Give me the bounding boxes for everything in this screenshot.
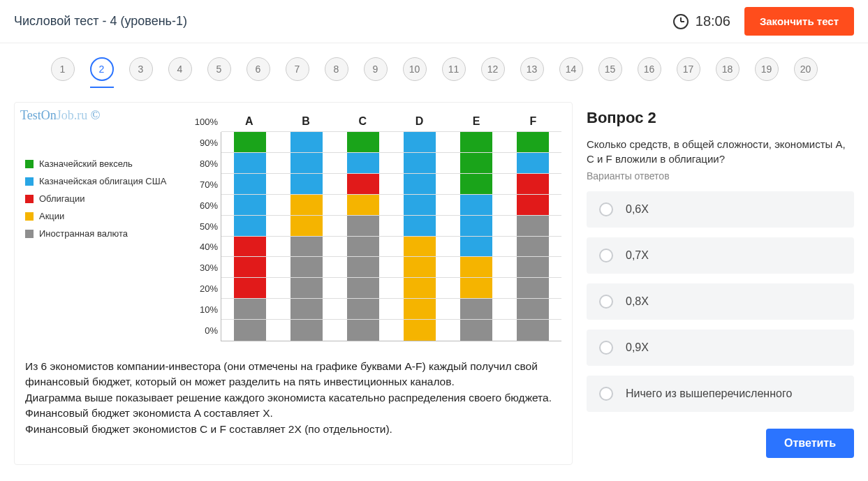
bar-segment: [460, 195, 492, 258]
question-nav: 1234567891011121314151617181920: [0, 43, 868, 88]
chart: ABCDEF 0%10%20%30%40%50%60%70%80%90%100%: [186, 117, 561, 341]
option-label: 0,6X: [626, 203, 649, 216]
question-heading: Вопрос 2: [587, 109, 854, 127]
option-label: 0,9X: [626, 341, 649, 354]
category-label: A: [221, 115, 277, 128]
bar-segment: [234, 153, 266, 237]
description-line: Из 6 экономистов компании-инвестора (они…: [25, 359, 561, 390]
radio-icon: [599, 295, 613, 309]
bar-segment: [347, 195, 379, 216]
option-label: Ничего из вышеперечисленного: [626, 387, 792, 400]
question-nav-1[interactable]: 1: [51, 57, 75, 81]
legend-item: Иностранная валюта: [25, 228, 186, 239]
y-tick: 20%: [186, 283, 218, 294]
question-panel: Вопрос 2 Сколько средств, в общей сложно…: [587, 102, 854, 465]
radio-icon: [599, 249, 613, 262]
bar-slot: [221, 132, 278, 341]
question-nav-20[interactable]: 20: [794, 57, 818, 81]
bar-segment: [234, 132, 266, 153]
bar-slot: [278, 132, 334, 341]
y-tick: 30%: [186, 262, 218, 273]
timer-value: 18:06: [696, 13, 730, 29]
bar-segment: [234, 237, 266, 299]
question-nav-18[interactable]: 18: [716, 57, 740, 81]
question-nav-8[interactable]: 8: [325, 57, 348, 81]
category-label: F: [505, 115, 561, 128]
bar-segment: [347, 132, 379, 153]
question-nav-9[interactable]: 9: [364, 57, 388, 81]
question-nav-12[interactable]: 12: [481, 57, 505, 81]
bar-F: [517, 132, 549, 341]
category-label: B: [277, 115, 334, 128]
chart-bars: [221, 132, 561, 341]
timer: 18:06: [673, 13, 730, 29]
question-nav-16[interactable]: 16: [638, 57, 661, 81]
bar-slot: [392, 132, 448, 341]
question-options-label: Варианты ответов: [587, 170, 854, 182]
bar-segment: [517, 132, 549, 153]
answer-option-2[interactable]: 0,8X: [587, 283, 854, 320]
answer-option-3[interactable]: 0,9X: [587, 330, 854, 366]
stopwatch-icon: [673, 14, 689, 29]
question-nav-5[interactable]: 5: [207, 57, 231, 81]
chart-panel: TestOnJob.ru © Казначейский вексельКазна…: [14, 102, 573, 465]
radio-icon: [599, 202, 613, 216]
description-line: Диаграмма выше показывает решение каждог…: [25, 390, 561, 406]
question-nav-19[interactable]: 19: [755, 57, 779, 81]
legend-item: Облигации: [25, 193, 186, 204]
y-tick: 10%: [186, 304, 218, 315]
answer-option-0[interactable]: 0,6X: [587, 191, 854, 228]
y-tick: 70%: [186, 179, 218, 189]
bar-segment: [404, 132, 436, 237]
bar-slot: [448, 132, 505, 341]
option-label: 0,7X: [626, 249, 649, 262]
legend-swatch: [25, 212, 34, 221]
description-line: Финансовый бюджет экономиста A составляе…: [25, 406, 561, 421]
chart-plot: 0%10%20%30%40%50%60%70%80%90%100%: [221, 132, 561, 341]
question-nav-10[interactable]: 10: [403, 57, 427, 81]
question-nav-3[interactable]: 3: [129, 57, 153, 81]
description-line: Финансовый бюджет экономистов C и F сост…: [25, 422, 561, 437]
page-title: Числовой тест - 4 (уровень-1): [14, 14, 187, 29]
legend-swatch: [25, 160, 34, 168]
bar-A: [234, 132, 266, 341]
question-text: Сколько средств, в общей сложности, экон…: [587, 137, 854, 166]
y-tick: 90%: [186, 137, 218, 147]
legend-swatch: [25, 230, 34, 238]
question-nav-14[interactable]: 14: [559, 57, 583, 81]
bar-segment: [290, 237, 323, 341]
bar-C: [347, 132, 379, 341]
bar-D: [404, 132, 436, 341]
finish-test-button[interactable]: Закончить тест: [744, 7, 854, 36]
bar-segment: [404, 237, 436, 341]
answer-option-4[interactable]: Ничего из вышеперечисленного: [587, 376, 854, 412]
bar-segment: [347, 153, 379, 174]
bar-segment: [460, 132, 492, 195]
category-label: D: [391, 115, 448, 128]
question-nav-2[interactable]: 2: [90, 57, 114, 81]
answer-button[interactable]: Ответить: [766, 429, 854, 458]
option-label: 0,8X: [626, 295, 649, 308]
legend-item: Казначейская облигация США: [25, 176, 186, 186]
options-list: 0,6X0,7X0,8X0,9XНичего из вышеперечислен…: [587, 191, 854, 412]
legend-item: Казначейский вексель: [25, 158, 186, 169]
category-label: C: [334, 115, 391, 128]
question-nav-7[interactable]: 7: [286, 57, 309, 81]
legend-label: Казначейский вексель: [39, 158, 133, 169]
chart-description: Из 6 экономистов компании-инвестора (они…: [25, 359, 561, 437]
question-nav-15[interactable]: 15: [598, 57, 622, 81]
answer-option-1[interactable]: 0,7X: [587, 237, 854, 274]
question-nav-6[interactable]: 6: [247, 57, 270, 81]
question-nav-4[interactable]: 4: [168, 57, 192, 81]
bar-slot: [334, 132, 391, 341]
bar-E: [460, 132, 492, 341]
legend-label: Иностранная валюта: [39, 228, 128, 239]
chart-legend: Казначейский вексельКазначейская облигац…: [25, 117, 186, 341]
question-nav-17[interactable]: 17: [677, 57, 700, 81]
question-nav-13[interactable]: 13: [520, 57, 544, 81]
question-nav-11[interactable]: 11: [442, 57, 466, 81]
y-tick: 40%: [186, 242, 218, 252]
bar-B: [290, 132, 323, 341]
legend-item: Акции: [25, 211, 186, 221]
y-tick: 80%: [186, 158, 218, 168]
